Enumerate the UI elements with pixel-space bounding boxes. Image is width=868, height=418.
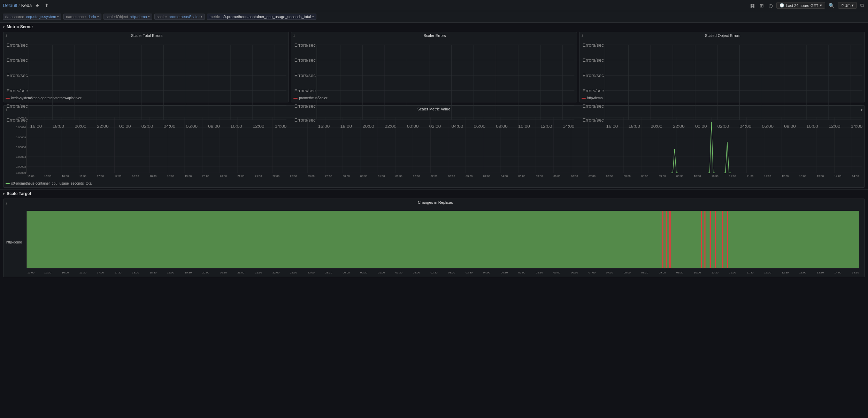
svg-text:09:00: 09:00 (659, 175, 666, 178)
svg-text:01:00: 01:00 (378, 271, 385, 274)
svg-text:09:30: 09:30 (676, 175, 684, 178)
svg-text:04:30: 04:30 (501, 271, 508, 274)
svg-text:20:30: 20:30 (220, 271, 227, 274)
svg-text:17:00: 17:00 (97, 175, 104, 178)
clock-icon[interactable]: ◷ (767, 2, 774, 9)
refresh-button[interactable]: ↻ 1m ▾ (838, 2, 857, 9)
svg-text:80 Errors/sec: 80 Errors/sec (6, 58, 28, 63)
svg-text:09:00: 09:00 (659, 271, 666, 274)
svg-text:01:30: 01:30 (395, 271, 403, 274)
svg-text:16:30: 16:30 (79, 271, 87, 274)
svg-text:17:00: 17:00 (97, 271, 104, 274)
svg-text:18:00: 18:00 (132, 175, 139, 178)
svg-text:05:30: 05:30 (536, 271, 543, 274)
svg-text:13:00: 13:00 (799, 271, 807, 274)
svg-text:0.00004: 0.00004 (16, 155, 26, 158)
svg-text:06:30: 06:30 (571, 175, 578, 178)
filter-datasource-label: datasource (5, 15, 24, 19)
scaler-metric-value-chart: 0.00012 0.00010 0.00008 0.00006 0.00004 … (6, 114, 862, 180)
svg-text:03:30: 03:30 (466, 271, 473, 274)
panel3-info-icon[interactable]: ℹ (582, 33, 583, 37)
svg-text:13:30: 13:30 (817, 271, 824, 274)
filter-scaler-label: scaler (157, 15, 167, 19)
filter-scaledobject[interactable]: scaledObject http-demo ▾ (103, 14, 152, 20)
scale-target-section-header[interactable]: ▾ Scale Target (0, 189, 868, 197)
svg-text:22:00: 22:00 (272, 175, 280, 178)
svg-text:20 Errors/sec: 20 Errors/sec (582, 103, 604, 109)
filter-datasource-value: ecp-stage-system (26, 15, 56, 19)
svg-text:20 Errors/sec: 20 Errors/sec (6, 103, 28, 109)
svg-text:21:30: 21:30 (255, 271, 262, 274)
svg-text:02:30: 02:30 (430, 175, 438, 178)
refresh-icon: ↻ (841, 3, 844, 7)
svg-text:19:00: 19:00 (167, 271, 175, 274)
svg-text:80 Errors/sec: 80 Errors/sec (293, 58, 316, 63)
filter-scaler[interactable]: scaler prometheusScaler ▾ (154, 14, 205, 20)
svg-text:10:00: 10:00 (694, 271, 701, 274)
svg-text:12:30: 12:30 (782, 271, 789, 274)
filter-datasource[interactable]: datasource ecp-stage-system ▾ (3, 14, 61, 20)
svg-text:14:00: 14:00 (834, 175, 842, 178)
svg-text:07:00: 07:00 (589, 175, 596, 178)
svg-text:0.00008: 0.00008 (16, 136, 26, 139)
table-icon[interactable]: ⊞ (758, 2, 765, 9)
scale-target-chevron: ▾ (3, 192, 5, 196)
svg-text:12:00: 12:00 (764, 271, 771, 274)
svg-text:15:00: 15:00 (27, 175, 34, 178)
svg-text:07:00: 07:00 (589, 271, 596, 274)
breadcrumb-default[interactable]: Default (3, 3, 17, 8)
svg-text:01:30: 01:30 (395, 175, 403, 178)
svg-text:17:30: 17:30 (114, 271, 122, 274)
filter-namespace-arrow: ▾ (97, 15, 99, 18)
time-range-button[interactable]: 🕐 Last 24 hours GET ▾ (776, 2, 825, 9)
tv-icon[interactable]: ⧉ (859, 2, 865, 9)
filter-namespace-label: namespace (66, 15, 86, 19)
replicas-svg: 15:00 15:30 16:00 16:30 17:00 17:30 18:0… (6, 207, 862, 277)
breadcrumb: Default / Keda (3, 3, 32, 8)
replica-y-label: http-demo (6, 240, 22, 244)
svg-text:11:00: 11:00 (729, 175, 736, 178)
bar-chart-icon[interactable]: ▦ (749, 2, 756, 9)
svg-text:04:00: 04:00 (483, 271, 491, 274)
svg-text:10:30: 10:30 (712, 175, 719, 178)
filter-datasource-arrow: ▾ (57, 15, 59, 18)
svg-text:0.00006: 0.00006 (16, 146, 26, 149)
svg-rect-223 (704, 211, 705, 268)
svg-text:12:30: 12:30 (782, 175, 789, 178)
star-icon[interactable]: ★ (34, 2, 41, 9)
scaler-errors-title: Scaler Errors (293, 33, 574, 38)
svg-text:06:30: 06:30 (571, 271, 578, 274)
svg-text:40 Errors/sec: 40 Errors/sec (293, 88, 316, 93)
legend-dot-4 (6, 183, 10, 184)
interval-label: 1m (845, 3, 851, 7)
svg-text:04:00: 04:00 (483, 175, 491, 178)
scaler-errors-chart: 100 Errors/sec 80 Errors/sec 60 Errors/s… (293, 39, 574, 95)
metric-server-section-header[interactable]: ▾ Metric Server (0, 22, 868, 30)
topbar: Default / Keda ★ ⬆ ▦ ⊞ ◷ 🕐 Last 24 hours… (0, 0, 868, 11)
share-icon[interactable]: ⬆ (43, 2, 50, 9)
svg-text:23:00: 23:00 (308, 175, 315, 178)
metric-server-panels-row: ℹ Scaler Total Errors (0, 30, 868, 104)
panel1-info-icon[interactable]: ℹ (6, 33, 7, 37)
svg-text:13:00: 13:00 (799, 175, 807, 178)
svg-text:14:30: 14:30 (852, 175, 859, 178)
filter-scaler-value: prometheusScaler (169, 15, 200, 19)
filter-scaledobject-label: scaledObject (106, 15, 128, 19)
svg-text:06:00: 06:00 (553, 175, 561, 178)
svg-text:23:30: 23:30 (325, 271, 332, 274)
svg-text:23:30: 23:30 (325, 175, 332, 178)
svg-text:16:00: 16:00 (62, 175, 69, 178)
panel2-info-icon[interactable]: ℹ (293, 33, 295, 37)
zoom-icon[interactable]: 🔍 (827, 2, 836, 9)
svg-text:16:00: 16:00 (62, 271, 69, 274)
svg-text:60 Errors/sec: 60 Errors/sec (6, 73, 28, 78)
svg-text:22:30: 22:30 (290, 175, 297, 178)
svg-text:60 Errors/sec: 60 Errors/sec (293, 73, 316, 78)
svg-text:01:00: 01:00 (378, 175, 385, 178)
svg-text:08:30: 08:30 (641, 175, 648, 178)
svg-text:12:00: 12:00 (764, 175, 771, 178)
svg-text:11:00: 11:00 (729, 271, 736, 274)
filter-namespace[interactable]: namespace dario ▾ (63, 14, 101, 20)
filter-metric[interactable]: metric s0-prometheus-container_cpu_usage… (207, 14, 316, 20)
panel5-info-icon[interactable]: ℹ (6, 201, 7, 205)
